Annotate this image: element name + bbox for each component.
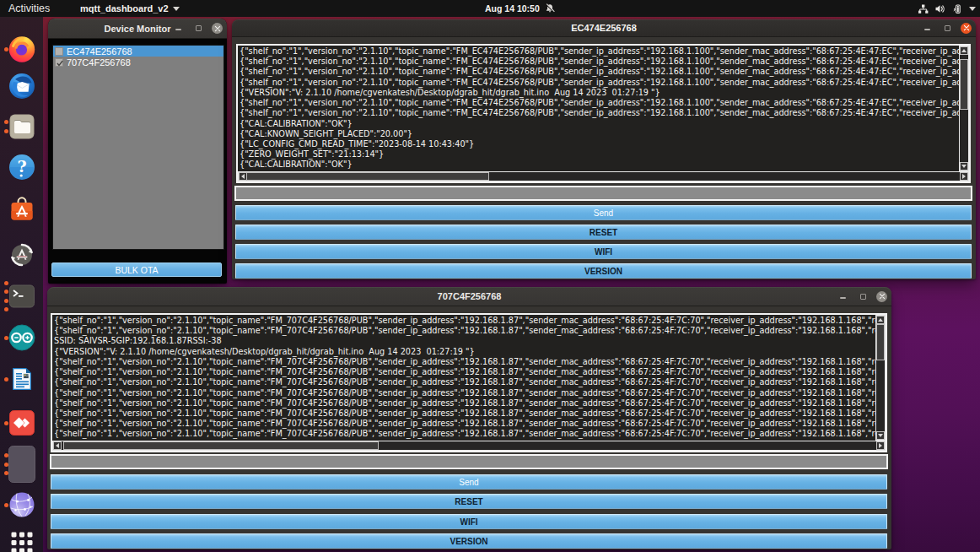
log-line: {"shelf_no":"1","version_no":"2.1.10","t… <box>54 429 875 439</box>
device-monitor-window: Device Monitor EC474E256768 <box>48 19 227 284</box>
anydesk-icon <box>8 409 35 436</box>
minimize-button[interactable] <box>836 290 849 303</box>
log-line: {"shelf_no":"1","version_no":"2.1.10","t… <box>54 316 875 326</box>
close-icon <box>214 25 221 32</box>
dock-item-files[interactable] <box>8 113 35 140</box>
x707-send-button[interactable]: Send <box>51 474 887 490</box>
log-line: {"shelf_no":"1","version_no":"2.1.10","t… <box>54 388 875 398</box>
ubuntu-software-icon <box>8 196 35 223</box>
minimize-button[interactable] <box>920 21 934 35</box>
network-globe-icon <box>8 491 35 518</box>
x707-titlebar[interactable]: 707C4F256768 <box>47 287 891 306</box>
dock-item-thunderbird[interactable] <box>8 73 35 100</box>
log-line: {"CAL:CALIBRATION":"OK"} <box>240 160 959 170</box>
dock-item-terminal[interactable] <box>8 283 35 310</box>
scroll-down-button[interactable] <box>960 162 968 170</box>
device-checkbox[interactable] <box>55 58 63 67</box>
ec-wifi-button[interactable]: WIFI <box>235 244 972 259</box>
software-updater-icon <box>8 241 35 268</box>
dock-item-software-updater[interactable] <box>8 241 35 268</box>
dock-item-anydesk[interactable] <box>8 409 35 436</box>
scroll-up-button[interactable] <box>876 316 885 324</box>
dock-item-libreoffice-writer[interactable] <box>8 365 35 392</box>
ec-vertical-scrollbar[interactable] <box>959 46 969 171</box>
scroll-down-button[interactable] <box>876 431 885 440</box>
log-line: {"shelf_no":"1","version_no":"2.1.10","t… <box>240 57 959 67</box>
log-line: {"ZERO_WEIGHT_SET":"21:13:14"} <box>240 149 959 160</box>
log-line: {"shelf_no":"1","version_no":"2.1.10","t… <box>240 67 959 77</box>
running-indicator-dots <box>4 491 8 518</box>
dock-item-ubuntu-software[interactable] <box>8 196 35 223</box>
ec-horizontal-scrollbar[interactable] <box>238 171 969 181</box>
dock-item-firefox[interactable] <box>8 35 35 62</box>
x707-log-area[interactable]: {"shelf_no":"1","version_no":"2.1.10","t… <box>51 313 887 452</box>
close-button[interactable] <box>961 23 972 34</box>
x707-vertical-scrollbar[interactable] <box>875 315 886 441</box>
log-line: {"LC_CONFIG_CMD_READ_TIME":"2023-08-14 1… <box>240 139 959 149</box>
clock-menu[interactable]: Aug 14 10:50 <box>485 0 555 17</box>
dock: ? <box>0 17 43 552</box>
log-line: {"VERSION":"V: 2.1.10 /home/cgvenkatesh/… <box>240 88 959 98</box>
app-menu-button[interactable]: mqtt_dashboard_v2 <box>80 0 180 17</box>
maximize-button[interactable] <box>191 22 205 35</box>
x707-version-button[interactable]: VERSION <box>51 533 887 549</box>
device-checkbox[interactable] <box>55 47 63 56</box>
log-line: {"shelf_no":"1","version_no":"2.1.10","t… <box>54 409 875 419</box>
ec-reset-button[interactable]: RESET <box>235 225 972 240</box>
maximize-button[interactable] <box>856 290 870 303</box>
vscroll-thumb[interactable] <box>960 59 968 110</box>
log-line: {"shelf_no":"1","version_no":"2.1.10","t… <box>54 367 875 377</box>
device-list-item[interactable]: EC474E256768 <box>53 46 223 57</box>
dock-item-mqtt-dashboard[interactable] <box>8 446 35 483</box>
bulk-ota-button[interactable]: BULK OTA <box>51 262 222 277</box>
desktop: Activities mqtt_dashboard_v2 Aug 14 10:5… <box>0 0 980 552</box>
close-button[interactable] <box>212 23 223 34</box>
minimize-button[interactable] <box>171 22 185 35</box>
log-line: {"shelf_no":"1","version_no":"2.1.10","t… <box>54 326 875 336</box>
running-indicator-dots <box>4 409 8 436</box>
x707-reset-button[interactable]: RESET <box>51 494 887 509</box>
x707-wifi-button[interactable]: WIFI <box>51 514 887 529</box>
hscroll-thumb[interactable] <box>63 441 379 450</box>
x707-command-input[interactable] <box>50 454 888 469</box>
ec-titlebar[interactable]: EC474E256768 <box>232 19 976 37</box>
device-list[interactable]: EC474E256768 707C4F256768 <box>52 45 224 250</box>
volume-icon <box>934 3 945 14</box>
svg-text:?: ? <box>17 157 26 176</box>
ec-window-title: EC474E256768 <box>571 23 637 33</box>
dock-item-show-applications[interactable] <box>8 529 35 552</box>
log-line: {"VERSION":"V: 2.1.10 /home/cgvenkatesh/… <box>54 347 875 357</box>
hscroll-thumb[interactable] <box>246 172 489 181</box>
dock-item-network-globe[interactable] <box>8 491 35 518</box>
close-button[interactable] <box>876 291 887 302</box>
system-status-area[interactable] <box>918 0 976 17</box>
log-line: SSID: SAIVSR-5GIP:192.168.1.87RSSI:-38 <box>54 336 875 346</box>
ec-log-area[interactable]: {"shelf_no":"1","version_no":"2.1.10","t… <box>236 44 971 183</box>
running-indicator-dots <box>4 113 8 140</box>
ec-version-button[interactable]: VERSION <box>235 263 972 279</box>
ec-send-button[interactable]: Send <box>235 205 972 220</box>
vscroll-thumb[interactable] <box>876 324 885 360</box>
scroll-right-button[interactable] <box>960 172 968 181</box>
running-indicator-dots <box>4 35 8 62</box>
device-monitor-titlebar[interactable]: Device Monitor <box>48 19 227 39</box>
scroll-right-button[interactable] <box>876 441 885 450</box>
x707-horizontal-scrollbar[interactable] <box>52 441 886 451</box>
maximize-button[interactable] <box>940 21 954 35</box>
dock-item-help[interactable]: ? <box>8 154 35 181</box>
running-indicator-dots <box>4 283 8 310</box>
scroll-up-button[interactable] <box>960 46 968 55</box>
show-applications-icon <box>8 529 35 552</box>
x707-log-text: {"shelf_no":"1","version_no":"2.1.10","t… <box>53 315 875 441</box>
log-line: {"CAL:KNOWN_SEIGHT_PLACED":"20.00"} <box>240 129 959 139</box>
ec-command-input[interactable] <box>234 186 972 201</box>
dock-item-arduino[interactable] <box>8 324 35 351</box>
x707-window-title: 707C4F256768 <box>438 291 502 301</box>
scroll-left-button[interactable] <box>53 441 62 450</box>
files-icon <box>8 113 35 140</box>
arduino-icon <box>8 324 35 351</box>
activities-button[interactable]: Activities <box>8 0 50 17</box>
libreoffice-writer-icon <box>8 365 35 392</box>
close-icon <box>879 293 886 300</box>
device-list-item[interactable]: 707C4F256768 <box>53 57 223 68</box>
